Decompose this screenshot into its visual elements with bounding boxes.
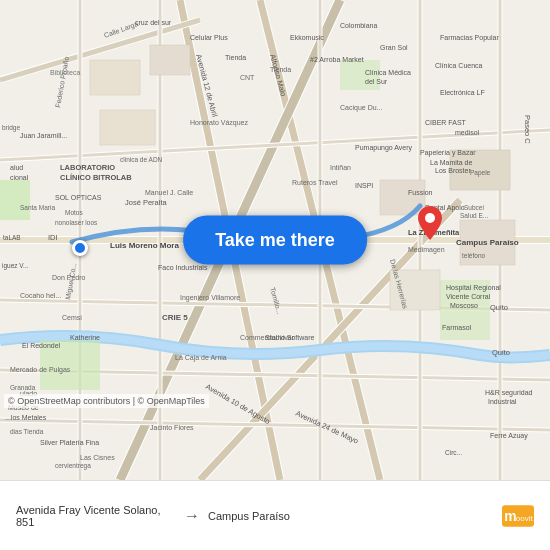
svg-text:Ruteros Travel: Ruteros Travel xyxy=(292,179,338,186)
svg-rect-31 xyxy=(0,180,30,220)
svg-text:taLAB: taLAB xyxy=(3,234,21,241)
svg-text:CNT: CNT xyxy=(240,74,255,81)
svg-text:Medimagen: Medimagen xyxy=(408,246,445,254)
svg-text:CIBER FAST: CIBER FAST xyxy=(425,119,467,126)
svg-text:Hospital Regional: Hospital Regional xyxy=(446,284,501,292)
svg-text:cruz del sur: cruz del sur xyxy=(135,19,172,26)
svg-text:iguez V...: iguez V... xyxy=(2,262,29,270)
map-container: Calle Larga Federico Proaño Avenida 12 d… xyxy=(0,0,550,480)
svg-text:Subcei: Subcei xyxy=(464,204,484,211)
svg-text:teléfono: teléfono xyxy=(462,252,486,259)
svg-text:Gran Sol: Gran Sol xyxy=(380,44,408,51)
route-info: Avenida Fray Vicente Solano, 851 → Campu… xyxy=(16,504,502,528)
svg-text:Honorato Vázquez: Honorato Vázquez xyxy=(190,119,248,127)
svg-text:LABORATORIO: LABORATORIO xyxy=(60,163,115,172)
svg-text:oovit: oovit xyxy=(516,514,534,523)
svg-text:Faco Industrials: Faco Industrials xyxy=(158,264,208,271)
svg-text:Electrónica LF: Electrónica LF xyxy=(440,89,485,96)
svg-text:José Peralta: José Peralta xyxy=(125,198,168,207)
svg-text:cional: cional xyxy=(10,174,29,181)
svg-text:Santa Maria: Santa Maria xyxy=(20,204,55,211)
svg-text:Katherine: Katherine xyxy=(70,334,100,341)
svg-text:INSPI: INSPI xyxy=(355,182,373,189)
svg-text:Biblioteca: Biblioteca xyxy=(50,69,80,76)
svg-text:Silver Platería Fina: Silver Platería Fina xyxy=(40,439,99,446)
svg-text:Salud E...: Salud E... xyxy=(460,212,488,219)
route-from: Avenida Fray Vicente Solano, 851 xyxy=(16,504,176,528)
svg-point-135 xyxy=(425,213,435,223)
svg-text:Industrial: Industrial xyxy=(488,398,517,405)
svg-text:El Redondel: El Redondel xyxy=(22,342,61,349)
svg-text:#2 Arroba Market: #2 Arroba Market xyxy=(310,56,364,63)
svg-text:Don Pedro: Don Pedro xyxy=(52,274,86,281)
map-attribution: © OpenStreetMap contributors | © OpenMap… xyxy=(4,394,209,408)
svg-text:CLÍNICO BITROLAB: CLÍNICO BITROLAB xyxy=(60,173,132,182)
route-to: Campus Paraíso xyxy=(208,510,290,522)
svg-text:Manuel J. Calle: Manuel J. Calle xyxy=(145,189,193,196)
svg-text:clinica de ADN: clinica de ADN xyxy=(120,156,163,163)
svg-text:...los Metales: ...los Metales xyxy=(5,414,47,421)
svg-text:Moscoso: Moscoso xyxy=(450,302,478,309)
svg-text:Campus Paraíso: Campus Paraíso xyxy=(456,238,519,247)
svg-text:Ingeniero Villamore: Ingeniero Villamore xyxy=(180,294,240,302)
take-me-there-button[interactable]: Take me there xyxy=(183,216,367,265)
svg-text:m: m xyxy=(504,508,516,524)
svg-text:Papele: Papele xyxy=(470,169,491,177)
moovit-logo: m oovit xyxy=(502,500,534,532)
svg-text:Vicente Corral: Vicente Corral xyxy=(446,293,491,300)
svg-text:dias Tienda: dias Tienda xyxy=(10,428,44,435)
svg-text:Studio Software: Studio Software xyxy=(265,334,315,341)
bottom-bar: Avenida Fray Vicente Solano, 851 → Campu… xyxy=(0,480,550,550)
svg-text:SOL OPTICAS: SOL OPTICAS xyxy=(55,194,102,201)
svg-text:Clínica Cuenca: Clínica Cuenca xyxy=(435,62,483,69)
svg-text:Quito: Quito xyxy=(490,303,508,312)
svg-text:Cemsi: Cemsi xyxy=(62,314,82,321)
svg-text:H&R seguridad: H&R seguridad xyxy=(485,389,533,397)
svg-rect-36 xyxy=(150,45,190,75)
svg-text:Paseo C: Paseo C xyxy=(523,115,532,144)
svg-text:Farmacias Popular: Farmacias Popular xyxy=(440,34,499,42)
svg-text:Farmasol: Farmasol xyxy=(442,324,472,331)
svg-text:Las Cisnes: Las Cisnes xyxy=(80,454,115,461)
svg-text:Cacique Du...: Cacique Du... xyxy=(340,104,382,112)
svg-text:Cocaho hel...: Cocaho hel... xyxy=(20,292,61,299)
svg-text:Motos: Motos xyxy=(65,209,83,216)
destination-marker xyxy=(418,206,442,244)
origin-marker xyxy=(72,240,88,256)
svg-text:Intiñan: Intiñan xyxy=(330,164,351,171)
svg-text:Celular Plus: Celular Plus xyxy=(190,34,228,41)
svg-text:Tienda: Tienda xyxy=(270,66,291,73)
svg-text:Tienda: Tienda xyxy=(225,54,246,61)
svg-text:Pumapungo Avery: Pumapungo Avery xyxy=(355,144,413,152)
svg-text:del Sur: del Sur xyxy=(365,78,388,85)
svg-text:IDI: IDI xyxy=(48,233,58,242)
svg-text:La Caja de Arnia: La Caja de Arnia xyxy=(175,354,227,362)
svg-text:Quito: Quito xyxy=(492,348,510,357)
route-arrow-icon: → xyxy=(184,507,200,525)
svg-text:Circ...: Circ... xyxy=(445,449,462,456)
svg-rect-35 xyxy=(90,60,140,95)
svg-text:Los Broster: Los Broster xyxy=(435,167,471,174)
svg-text:Ferre Azuay: Ferre Azuay xyxy=(490,432,528,440)
svg-text:alud: alud xyxy=(10,164,23,171)
svg-text:medisol: medisol xyxy=(455,129,480,136)
svg-rect-37 xyxy=(100,110,155,145)
svg-text:Ekkomusic: Ekkomusic xyxy=(290,34,324,41)
svg-text:Papelería y Bazar: Papelería y Bazar xyxy=(420,149,476,157)
svg-text:Granada: Granada xyxy=(10,384,36,391)
svg-text:Jacinto Flores: Jacinto Flores xyxy=(150,424,194,431)
svg-text:La Mamita de: La Mamita de xyxy=(430,159,473,166)
svg-text:CRIE 5: CRIE 5 xyxy=(162,313,188,322)
svg-text:Juan Jaramill...: Juan Jaramill... xyxy=(20,132,67,139)
svg-text:Luis Moreno Mora: Luis Moreno Mora xyxy=(110,241,179,250)
svg-text:Fussion: Fussion xyxy=(408,189,433,196)
svg-text:Colombiana: Colombiana xyxy=(340,22,377,29)
svg-text:Mercado de Pulgas: Mercado de Pulgas xyxy=(10,366,71,374)
svg-text:cervientrega: cervientrega xyxy=(55,462,91,470)
svg-text:Clínica Médica: Clínica Médica xyxy=(365,69,411,76)
svg-text:nonolaser loos: nonolaser loos xyxy=(55,219,98,226)
svg-text:bridge: bridge xyxy=(2,124,20,132)
